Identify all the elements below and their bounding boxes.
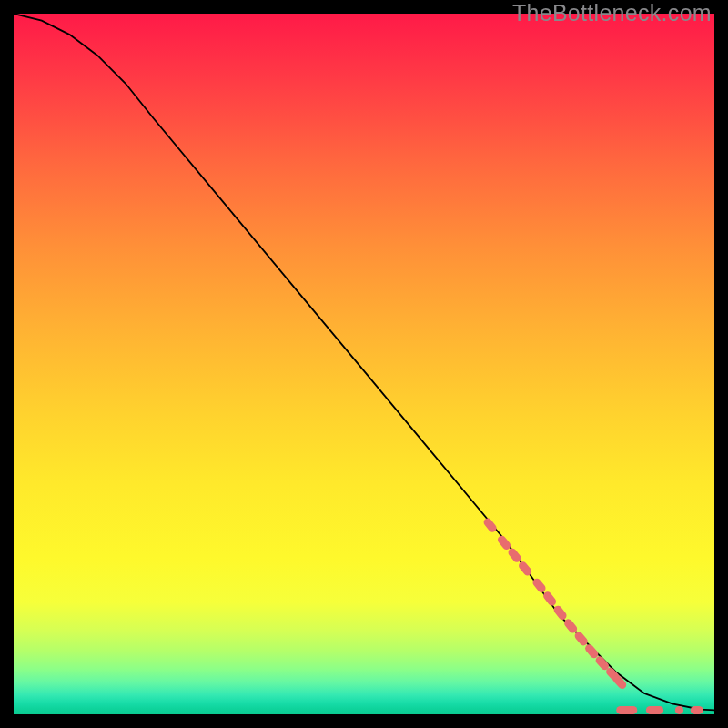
curve-marker	[496, 534, 512, 551]
chart-svg	[14, 14, 714, 714]
baseline-marker	[646, 706, 663, 714]
curve-marker	[482, 517, 499, 534]
curve-marker	[541, 590, 558, 607]
watermark-text: TheBottleneck.com	[512, 0, 712, 26]
baseline-marker	[691, 706, 703, 714]
chart-stage: TheBottleneck.com	[0, 0, 728, 728]
baseline-marker	[616, 706, 637, 714]
baseline-marker	[675, 706, 683, 714]
curve-marker	[552, 604, 569, 622]
plot-area	[14, 14, 714, 714]
curve-marker-group	[482, 517, 628, 691]
main-curve	[14, 14, 714, 710]
